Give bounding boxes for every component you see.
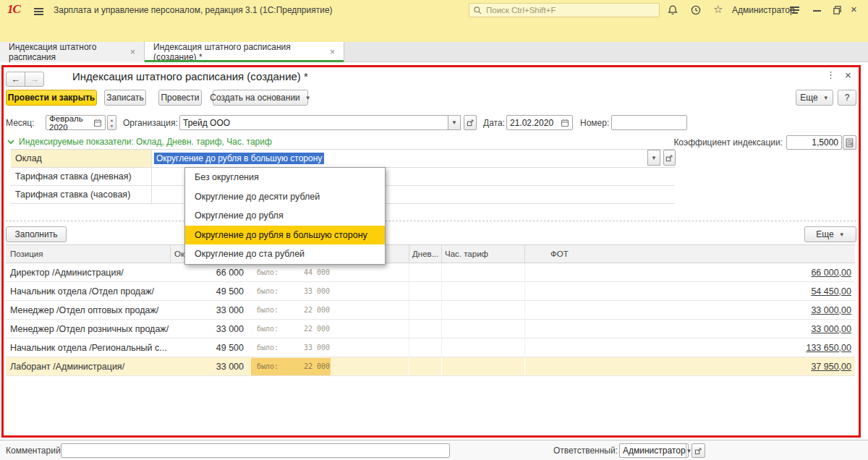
was-value: 44 000 xyxy=(289,263,330,281)
salary-cell[interactable]: 33 000 xyxy=(171,320,244,338)
date-field[interactable]: 21.02.2020 xyxy=(506,115,573,130)
dropdown-option[interactable]: Округление до рубля xyxy=(185,206,385,226)
current-user[interactable]: Администратор xyxy=(732,5,795,15)
tab-indexation-create[interactable]: Индексация штатного расписания (создание… xyxy=(145,42,344,62)
active-tab-indicator xyxy=(145,60,344,62)
comment-field[interactable] xyxy=(61,443,450,458)
rounding-field-selected-text[interactable]: Округление до рубля в большую сторону xyxy=(154,153,324,164)
salary-cell[interactable]: 49 500 xyxy=(171,338,244,357)
column-fot[interactable]: ФОТ xyxy=(550,245,569,263)
was-label: было: xyxy=(257,338,278,357)
table-row[interactable]: Начальник отдела /Отдел продаж/ 49 500 б… xyxy=(6,282,855,301)
fot-cell[interactable]: 66 000,00 xyxy=(524,263,851,281)
dropdown-option[interactable]: Округление до ста рублей xyxy=(185,244,385,264)
was-label: было: xyxy=(257,357,278,375)
post-and-close-button[interactable]: Провести и закрыть xyxy=(6,90,97,106)
fot-cell[interactable]: 33 000,00 xyxy=(524,320,851,338)
dropdown-option-highlighted[interactable]: Округление до рубля в большую сторону xyxy=(185,226,385,245)
help-button[interactable]: ? xyxy=(838,90,856,106)
rounding-open-icon[interactable] xyxy=(663,150,676,166)
chevron-down-icon xyxy=(7,139,14,145)
position-cell[interactable]: Начальник отдела /Региональный с... xyxy=(10,338,167,357)
global-search-input[interactable]: Поиск Ctrl+Shift+F xyxy=(469,3,660,17)
1c-application-window: 1С Зарплата и управление персоналом, ред… xyxy=(0,0,868,460)
form-menu-dots-icon[interactable]: ⋮ xyxy=(826,69,835,80)
column-daily[interactable]: Днев... xyxy=(412,245,438,263)
main-menu-icon[interactable] xyxy=(34,7,43,17)
minimize-icon[interactable] xyxy=(813,10,821,12)
salary-cell[interactable]: 33 000 xyxy=(171,357,244,375)
table-header[interactable]: Позиция Оклад Днев... Час. тариф ФОТ xyxy=(6,244,855,263)
organization-dropdown-button[interactable]: ▼ xyxy=(448,115,461,130)
organization-field[interactable]: Трейд ООО xyxy=(179,115,448,130)
favorites-star-icon[interactable]: ☆ xyxy=(713,4,723,14)
indicator-name-cell[interactable]: Тарифная ставка (часовая) xyxy=(11,186,152,203)
was-label: было: xyxy=(257,263,278,281)
number-input[interactable] xyxy=(615,118,684,128)
indicators-group-toggle[interactable]: Индексируемые показатели: Оклад, Дневн. … xyxy=(7,137,272,147)
coefficient-calculator-icon[interactable] xyxy=(843,135,856,150)
fill-button[interactable]: Заполнить xyxy=(6,226,67,242)
salary-cell[interactable]: 33 000 xyxy=(171,301,244,319)
post-button[interactable]: Провести xyxy=(158,90,202,106)
dropdown-option[interactable]: Без округления xyxy=(185,168,385,187)
notifications-bell-icon[interactable] xyxy=(667,4,678,16)
table-row[interactable]: Директор /Администрация/ 66 000 было: 44… xyxy=(6,263,855,282)
history-icon[interactable] xyxy=(690,4,702,16)
close-window-icon[interactable]: × xyxy=(851,4,857,14)
form-close-icon[interactable]: × xyxy=(845,69,851,81)
table-row[interactable]: Начальник отдела /Региональный с... 49 5… xyxy=(6,338,855,357)
table-more-button[interactable]: Еще▼ xyxy=(804,226,856,242)
salary-cell[interactable]: 66 000 xyxy=(171,263,244,281)
form-title: Индексация штатного расписания (создание… xyxy=(72,70,308,82)
salary-cell[interactable]: 49 500 xyxy=(171,282,244,300)
table-row[interactable]: Менеджер /Отдел розничных продаж/ 33 000… xyxy=(6,320,855,338)
fot-cell[interactable]: 37 950,00 xyxy=(524,357,851,375)
number-field[interactable] xyxy=(611,115,687,130)
position-cell[interactable]: Лаборант /Администрация/ xyxy=(10,357,124,375)
comment-label: Комментарий: xyxy=(6,446,63,456)
coefficient-field[interactable]: 1,5000 xyxy=(786,135,842,150)
position-cell[interactable]: Менеджер /Отдел оптовых продаж/ xyxy=(10,301,158,319)
table-row-selected[interactable]: Лаборант /Администрация/ 33 000 было: 22… xyxy=(6,357,855,376)
titlebar: 1С Зарплата и управление персоналом, ред… xyxy=(0,0,868,20)
more-button[interactable]: Еще▼ xyxy=(796,90,833,106)
month-field[interactable]: Февраль 2020 xyxy=(46,115,106,130)
indicator-rounding-cell[interactable]: Округление до рубля в большую сторону xyxy=(152,150,675,167)
responsible-open-icon[interactable] xyxy=(692,443,705,458)
was-value: 33 000 xyxy=(289,282,330,300)
service-menu-icon[interactable] xyxy=(790,5,799,15)
tab-indexation-list[interactable]: Индексация штатного расписания × xyxy=(0,42,145,62)
month-stepper[interactable]: ▲▼ xyxy=(107,115,116,130)
position-cell[interactable]: Начальник отдела /Отдел продаж/ xyxy=(10,282,154,300)
fot-cell[interactable]: 133 650,00 xyxy=(524,338,851,357)
table-row[interactable]: Менеджер /Отдел оптовых продаж/ 33 000 б… xyxy=(6,301,855,320)
calendar-icon[interactable] xyxy=(93,119,102,127)
indicator-name-cell[interactable]: Оклад xyxy=(11,150,152,167)
tab-close-icon[interactable]: × xyxy=(130,47,135,57)
fot-cell[interactable]: 54 450,00 xyxy=(524,282,851,300)
forward-button[interactable]: → xyxy=(25,72,44,87)
position-cell[interactable]: Директор /Администрация/ xyxy=(10,263,124,281)
dropdown-option[interactable]: Округление до десяти рублей xyxy=(185,187,385,207)
column-position[interactable]: Позиция xyxy=(10,245,43,263)
indicator-name-cell[interactable]: Тарифная ставка (дневная) xyxy=(11,168,152,185)
chevron-down-icon: ▼ xyxy=(305,95,311,101)
calendar-icon[interactable] xyxy=(561,119,569,127)
position-cell[interactable]: Менеджер /Отдел розничных продаж/ xyxy=(10,320,169,338)
responsible-field[interactable]: Администратор ▼ xyxy=(619,443,689,458)
fot-cell[interactable]: 33 000,00 xyxy=(524,301,851,319)
restore-window-icon[interactable] xyxy=(832,4,843,15)
rounding-dropdown-button[interactable]: ▼ xyxy=(647,150,660,166)
search-icon xyxy=(473,6,482,15)
back-button[interactable]: ← xyxy=(6,72,25,87)
column-hourly[interactable]: Час. тариф xyxy=(445,245,488,263)
tab-close-icon[interactable]: × xyxy=(330,47,335,57)
write-button[interactable]: Записать xyxy=(104,90,146,106)
was-value: 22 000 xyxy=(289,301,330,319)
tab-bar: Индексация штатного расписания × Индекса… xyxy=(0,42,868,62)
organization-open-icon[interactable] xyxy=(464,115,477,130)
indicator-row-salary[interactable]: Оклад Округление до рубля в большую стор… xyxy=(11,150,675,168)
comment-input[interactable] xyxy=(64,446,446,456)
create-on-basis-button[interactable]: Создать на основании▼ xyxy=(213,90,308,106)
